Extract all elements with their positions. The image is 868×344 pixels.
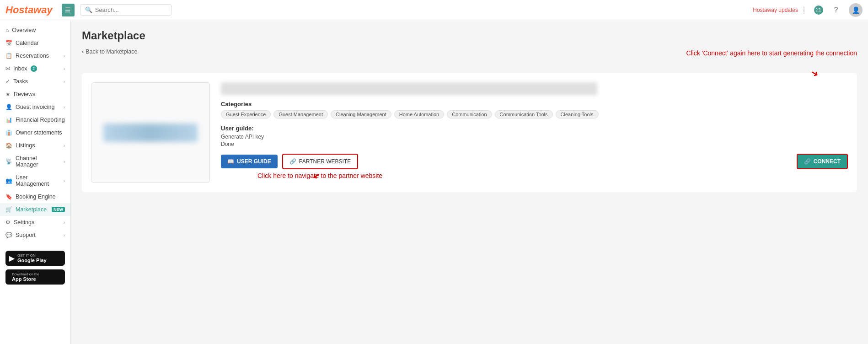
- sidebar-item-booking-engine[interactable]: 🔖 Booking Engine: [0, 190, 70, 203]
- user-guide-button[interactable]: 📖 USER GUIDE: [221, 155, 278, 168]
- channel-manager-icon: 📡: [5, 158, 12, 165]
- notification-badge[interactable]: 21: [814, 5, 823, 15]
- sidebar-item-marketplace[interactable]: 🛒 Marketplace NEW: [0, 203, 70, 216]
- connect-icon: 🔗: [804, 158, 811, 165]
- category-tag-communication-tools: Communication Tools: [495, 110, 553, 118]
- support-icon: 💬: [5, 232, 12, 238]
- sidebar-item-user-management[interactable]: 👥 User Management ›: [0, 171, 70, 190]
- guide-step-2: Done: [221, 141, 848, 147]
- chevron-icon: ›: [64, 159, 65, 164]
- sidebar-item-calendar[interactable]: 📅 Calendar: [0, 37, 70, 49]
- listings-icon: 🏠: [5, 142, 12, 149]
- category-tag: Guest Management: [273, 110, 328, 118]
- action-buttons-wrapper: Click here to navigate to the partner we…: [221, 154, 848, 169]
- guide-step-1: Generate API key: [221, 134, 848, 140]
- sidebar-item-inbox[interactable]: ✉ Inbox 2 ›: [0, 62, 70, 75]
- sidebar-item-tasks[interactable]: ✓ Tasks ›: [0, 75, 70, 88]
- sidebar-bottom: ▶ GET IT ON Google Play Download on the …: [0, 245, 70, 290]
- categories-label: Categories: [221, 101, 848, 108]
- user-guide-section: User guide: Generate API key Done: [221, 125, 848, 147]
- blurred-title: [221, 82, 597, 95]
- category-tag: Guest Experience: [221, 110, 271, 118]
- sidebar-item-financial-reporting[interactable]: 📊 Financial Reporting: [0, 113, 70, 126]
- chevron-icon: ›: [64, 54, 65, 59]
- top-navigation: Hostaway ☰ 🔍 Hostaway updates ❕ 21 ? 👤: [0, 0, 868, 20]
- guest-invoicing-icon: 👤: [5, 104, 12, 110]
- marketplace-icon: 🛒: [5, 206, 12, 213]
- category-tag-cleaning-tools: Cleaning Tools: [556, 110, 599, 118]
- owner-statements-icon: 👔: [5, 129, 12, 136]
- sidebar: ⌂ Overview 📅 Calendar 📋 Reservations › ✉…: [0, 20, 71, 344]
- new-badge: NEW: [52, 207, 65, 212]
- booking-engine-icon: 🔖: [5, 194, 12, 200]
- book-icon: 📖: [227, 158, 234, 165]
- sidebar-item-channel-manager[interactable]: 📡 Channel Manager ›: [0, 152, 70, 171]
- category-tag: Cleaning Management: [331, 110, 391, 118]
- user-management-icon: 👥: [5, 177, 12, 184]
- reservations-icon: 📋: [5, 53, 12, 59]
- category-tag: Home Automation: [394, 110, 444, 118]
- partner-website-button[interactable]: 🔗 PARTNER WEBSITE: [282, 154, 359, 169]
- annotation-right-text: Click 'Connect' again here to start gene…: [686, 49, 857, 57]
- marketplace-detail: Categories Guest Experience Guest Manage…: [82, 73, 857, 192]
- reviews-icon: ★: [5, 91, 11, 97]
- categories-section: Categories Guest Experience Guest Manage…: [221, 101, 848, 118]
- search-bar: 🔍: [80, 4, 171, 16]
- nav-right: Hostaway updates ❕ 21 ? 👤: [753, 3, 863, 17]
- left-arrow-icon: ➜: [310, 169, 322, 182]
- sidebar-item-support[interactable]: 💬 Support ›: [0, 229, 70, 242]
- connect-button[interactable]: 🔗 CONNECT: [797, 154, 848, 169]
- action-buttons: 📖 USER GUIDE 🔗 PARTNER WEBSITE 🔗 CONNECT: [221, 154, 848, 169]
- sidebar-item-listings[interactable]: 🏠 Listings ›: [0, 139, 70, 152]
- inbox-icon: ✉: [5, 65, 10, 72]
- chevron-icon: ›: [64, 105, 65, 110]
- blurred-product-image: [103, 124, 198, 142]
- help-button[interactable]: ?: [830, 4, 842, 16]
- inbox-badge: 2: [31, 65, 37, 72]
- chevron-icon: ›: [64, 220, 65, 225]
- search-input[interactable]: [95, 6, 164, 13]
- financial-reporting-icon: 📊: [5, 117, 12, 123]
- sidebar-item-overview[interactable]: ⌂ Overview: [0, 24, 70, 37]
- sidebar-item-settings[interactable]: ⚙ Settings ›: [0, 216, 70, 229]
- app-store-button[interactable]: Download on the App Store: [5, 269, 65, 285]
- tasks-icon: ✓: [5, 78, 10, 85]
- main-content: Marketplace ‹ Back to Marketplace Click …: [71, 20, 868, 344]
- annotation-wrapper: Click 'Connect' again here to start gene…: [82, 73, 857, 192]
- sidebar-item-reservations[interactable]: 📋 Reservations ›: [0, 49, 70, 62]
- alert-icon: ❕: [800, 6, 808, 14]
- overview-icon: ⌂: [5, 27, 9, 33]
- link-icon: 🔗: [289, 158, 296, 165]
- categories-tags: Guest Experience Guest Management Cleani…: [221, 110, 848, 118]
- product-image-box: [91, 82, 210, 183]
- search-icon: 🔍: [85, 6, 92, 13]
- back-arrow-icon: ‹: [82, 48, 84, 55]
- sidebar-item-reviews[interactable]: ★ Reviews: [0, 88, 70, 101]
- product-info: Categories Guest Experience Guest Manage…: [221, 82, 848, 183]
- settings-icon: ⚙: [5, 219, 11, 226]
- hamburger-button[interactable]: ☰: [62, 4, 75, 16]
- user-guide-label: User guide:: [221, 125, 848, 132]
- avatar[interactable]: 👤: [849, 3, 863, 17]
- google-play-button[interactable]: ▶ GET IT ON Google Play: [5, 251, 65, 266]
- page-title: Marketplace: [82, 29, 857, 42]
- sidebar-item-owner-statements[interactable]: 👔 Owner statements: [0, 126, 70, 139]
- category-tag: Communication: [447, 110, 492, 118]
- brand-logo: Hostaway: [5, 4, 53, 16]
- chevron-icon: ›: [64, 233, 65, 238]
- chevron-icon: ›: [64, 143, 65, 148]
- calendar-icon: 📅: [5, 40, 12, 46]
- chevron-icon: ›: [64, 66, 65, 71]
- chevron-icon: ›: [64, 178, 65, 183]
- hostaway-updates[interactable]: Hostaway updates ❕: [753, 6, 808, 14]
- sidebar-item-guest-invoicing[interactable]: 👤 Guest invoicing ›: [0, 101, 70, 113]
- google-play-icon: ▶: [9, 254, 15, 263]
- main-layout: ⌂ Overview 📅 Calendar 📋 Reservations › ✉…: [0, 20, 868, 344]
- chevron-icon: ›: [64, 79, 65, 84]
